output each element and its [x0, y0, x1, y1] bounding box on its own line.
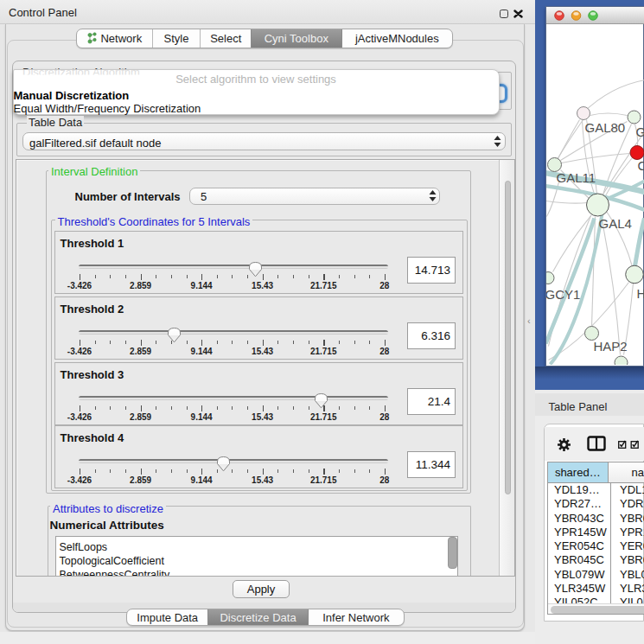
svg-text:GA: GA [635, 124, 644, 138]
svg-text:HAP2: HAP2 [593, 338, 627, 353]
svg-text:GCY1: GCY1 [546, 286, 580, 301]
svg-text:C: C [637, 157, 644, 172]
svg-text:GAL11: GAL11 [556, 169, 596, 184]
svg-text:GAL4: GAL4 [598, 215, 631, 230]
svg-text:H: H [636, 285, 644, 300]
svg-text:GAL80: GAL80 [584, 119, 625, 134]
